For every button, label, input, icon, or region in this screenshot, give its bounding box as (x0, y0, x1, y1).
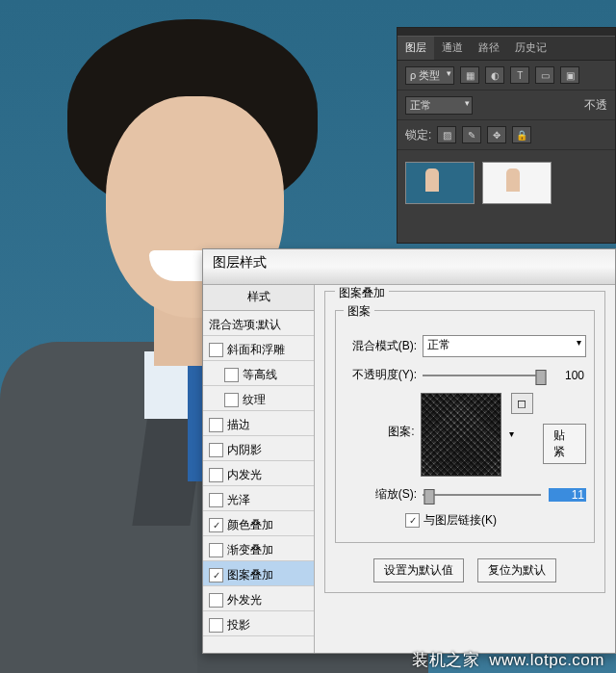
opacity-value[interactable]: 100 (549, 369, 586, 382)
layers-panel: 图层 通道 路径 历史记 ρ 类型 ▦ ◐ T ▭ ▣ 正常 不透 锁定: ▨ … (397, 27, 616, 244)
style-item-label: 颜色叠加 (227, 517, 273, 533)
style-item-label: 图案叠加 (227, 567, 273, 583)
lock-position-icon[interactable]: ✥ (487, 126, 506, 143)
style-item-label: 等高线 (243, 367, 277, 383)
style-checkbox[interactable] (209, 418, 223, 432)
style-item[interactable]: 斜面和浮雕 (203, 336, 314, 361)
scale-value[interactable]: 11 (549, 488, 586, 502)
style-item[interactable]: 渐变叠加 (203, 536, 314, 561)
style-item-label: 斜面和浮雕 (227, 342, 285, 358)
style-item-label: 内阴影 (227, 442, 262, 458)
style-checkbox[interactable] (209, 343, 223, 357)
opacity-label: 不透 (584, 97, 607, 114)
opacity-slider[interactable] (423, 368, 541, 383)
style-item[interactable]: 内发光 (203, 461, 314, 486)
style-checkbox[interactable] (209, 543, 223, 557)
style-checkbox[interactable] (224, 368, 239, 382)
style-checkbox[interactable] (209, 618, 223, 633)
styles-header[interactable]: 样式 (203, 285, 314, 311)
blend-mode-combo[interactable]: 正常 (423, 335, 586, 357)
style-item-label: 外发光 (227, 592, 262, 608)
style-item[interactable]: ✓图案叠加 (203, 561, 314, 586)
style-item[interactable]: 纹理 (203, 386, 314, 411)
style-item[interactable]: 描边 (203, 411, 314, 436)
lock-pixels-icon[interactable]: ✎ (462, 126, 481, 143)
tab-layers[interactable]: 图层 (398, 37, 434, 60)
filter-pixel-icon[interactable]: ▦ (460, 66, 479, 84)
filter-smart-icon[interactable]: ▣ (560, 66, 579, 84)
blending-options-item[interactable]: 混合选项:默认 (203, 311, 314, 336)
style-checkbox[interactable] (209, 493, 223, 507)
layer-style-dialog: 图层样式 样式 混合选项:默认 斜面和浮雕等高线纹理描边内阴影内发光光泽✓颜色叠… (202, 248, 616, 654)
pattern-picker[interactable] (421, 393, 501, 477)
style-checkbox[interactable] (209, 443, 223, 457)
lock-label: 锁定: (405, 127, 431, 143)
filter-text-icon[interactable]: T (510, 66, 529, 84)
style-item[interactable]: 外发光 (203, 586, 314, 611)
style-checkbox[interactable]: ✓ (209, 518, 223, 532)
dialog-title: 图层样式 (203, 249, 615, 285)
tab-history[interactable]: 历史记 (507, 37, 554, 60)
layer-thumbnail[interactable] (405, 162, 475, 204)
filter-type-select[interactable]: ρ 类型 (405, 66, 454, 85)
style-item[interactable]: ✓颜色叠加 (203, 511, 314, 536)
style-item-label: 描边 (227, 417, 250, 433)
make-default-button[interactable]: 设置为默认值 (373, 558, 464, 582)
filter-shape-icon[interactable]: ▭ (535, 66, 554, 84)
pattern-overlay-settings: 图案叠加 图案 混合模式(B): 正常 不透明度(Y): 100 (315, 285, 615, 653)
style-item-label: 渐变叠加 (227, 542, 273, 558)
style-item-label: 投影 (227, 617, 250, 634)
style-item[interactable]: 投影 (203, 611, 314, 636)
style-checkbox[interactable]: ✓ (209, 568, 223, 582)
scale-label: 缩放(S): (344, 486, 417, 503)
style-item-label: 光泽 (227, 492, 250, 508)
filter-adjust-icon[interactable]: ◐ (485, 66, 504, 84)
reset-default-button[interactable]: 复位为默认 (477, 558, 556, 582)
style-checkbox[interactable] (209, 593, 223, 608)
scale-slider[interactable] (423, 487, 541, 503)
blend-mode-select[interactable]: 正常 (405, 96, 473, 115)
layer-thumbnail[interactable] (482, 162, 552, 204)
tab-paths[interactable]: 路径 (471, 37, 507, 60)
style-item-label: 纹理 (243, 392, 266, 408)
lock-all-icon[interactable]: 🔒 (512, 126, 531, 143)
pattern-label: 图案: (344, 424, 415, 440)
snap-button[interactable]: 贴紧 (543, 424, 586, 464)
style-checkbox[interactable] (209, 468, 223, 482)
style-item-label: 内发光 (227, 467, 262, 483)
link-with-layer-checkbox[interactable]: ✓ (405, 513, 420, 528)
style-item[interactable]: 等高线 (203, 361, 314, 386)
style-checkbox[interactable] (224, 393, 239, 407)
blend-mode-label: 混合模式(B): (344, 338, 417, 354)
link-with-layer-label: 与图层链接(K) (424, 512, 497, 529)
tab-channels[interactable]: 通道 (434, 37, 471, 60)
watermark: 装机之家 www.lotpc.com (412, 649, 604, 671)
style-item[interactable]: 光泽 (203, 486, 314, 511)
lock-transparency-icon[interactable]: ▨ (437, 126, 456, 143)
snap-to-origin-icon[interactable]: ◻ (511, 393, 533, 414)
opacity-label: 不透明度(Y): (344, 367, 417, 383)
group-title: 图案 (344, 303, 374, 320)
style-item[interactable]: 内阴影 (203, 436, 314, 461)
section-title: 图案叠加 (335, 285, 389, 301)
styles-list: 样式 混合选项:默认 斜面和浮雕等高线纹理描边内阴影内发光光泽✓颜色叠加渐变叠加… (203, 285, 315, 653)
